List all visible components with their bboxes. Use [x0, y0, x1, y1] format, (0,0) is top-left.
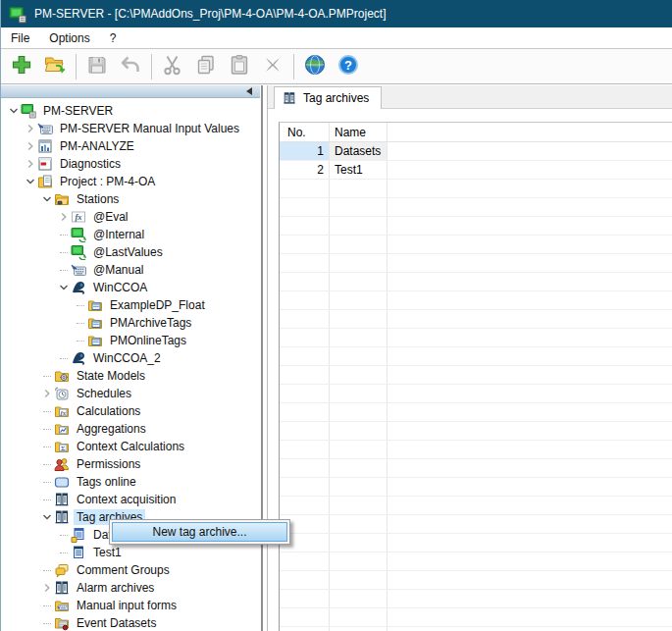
column-header-name[interactable]: Name	[330, 123, 388, 141]
save-icon	[85, 53, 109, 80]
tree-item-context-calculations[interactable]: ΣContext Calculations	[1, 438, 260, 455]
table-empty-row[interactable]	[280, 366, 672, 385]
tree-item-pm-analyze[interactable]: PM-ANALYZE	[1, 137, 260, 155]
tree-item-project-pm-4-oa[interactable]: Project : PM-4-OA	[1, 173, 260, 190]
panel-splitter[interactable]	[261, 85, 268, 631]
tree-item-tags-online[interactable]: Tags online	[1, 473, 260, 491]
tab-tag-archives[interactable]: Tag archives	[274, 86, 382, 109]
collapse-left-icon[interactable]	[246, 87, 252, 95]
chevron-down-icon[interactable]	[7, 104, 21, 118]
chevron-right-icon[interactable]	[40, 387, 54, 400]
chevron-down-icon[interactable]	[40, 192, 54, 206]
table-empty-row[interactable]	[280, 478, 672, 497]
cell-no[interactable]: 1	[280, 142, 330, 160]
help-button[interactable]: ?	[332, 52, 365, 81]
chevron-right-icon[interactable]	[24, 157, 37, 171]
table-empty-row[interactable]	[280, 180, 672, 198]
table-empty-row[interactable]	[280, 217, 672, 236]
chevron-down-icon[interactable]	[24, 175, 37, 188]
new-button[interactable]	[5, 52, 38, 81]
menu-item-new-tag-archive[interactable]: New tag archive...	[112, 522, 287, 542]
copy-button[interactable]	[189, 52, 223, 81]
table-empty-row[interactable]	[280, 627, 672, 631]
table-empty-row[interactable]	[280, 459, 672, 478]
table-empty-row[interactable]	[280, 310, 672, 329]
tree-connector	[60, 535, 68, 536]
web-button[interactable]	[298, 52, 332, 81]
table-empty-row[interactable]	[280, 608, 672, 627]
table-empty-row[interactable]	[280, 273, 672, 291]
table-empty-row[interactable]	[280, 422, 672, 441]
tree-item-state-models[interactable]: State Models	[1, 367, 260, 385]
table-empty-row[interactable]	[280, 497, 672, 515]
empty-cell	[330, 608, 388, 626]
tree-item-schedules[interactable]: Schedules	[1, 385, 260, 402]
chevron-right-icon[interactable]	[40, 581, 54, 595]
tree-item-aggregations[interactable]: Aggregations	[1, 420, 260, 438]
tree-item-context-acquisition[interactable]: Context acquisition	[1, 491, 260, 508]
table-empty-row[interactable]	[280, 291, 672, 310]
menu-?[interactable]: ?	[100, 28, 127, 48]
paste-button[interactable]	[223, 52, 256, 81]
menu-options[interactable]: Options	[39, 28, 99, 48]
tree-item-stations[interactable]: Stations	[1, 190, 260, 208]
table-empty-row[interactable]	[280, 385, 672, 403]
open-button[interactable]	[38, 52, 72, 81]
cell-name[interactable]: Datasets	[330, 142, 388, 160]
table-empty-row[interactable]	[280, 329, 672, 347]
tree-item-winccoa[interactable]: WinCCOA	[1, 279, 260, 296]
tree-item--eval[interactable]: fx@Eval	[1, 208, 260, 226]
table-empty-row[interactable]	[280, 254, 672, 273]
tree-indent	[57, 228, 71, 241]
table-empty-row[interactable]	[280, 534, 672, 552]
table-row[interactable]: 1Datasets	[280, 142, 672, 161]
tree-item-exampledp-float[interactable]: ExampleDP_Float	[1, 296, 260, 314]
chevron-right-icon[interactable]	[24, 139, 37, 153]
tree-item-event-datasets[interactable]: Event Datasets	[1, 614, 260, 631]
tree-item--manual[interactable]: @Manual	[1, 261, 260, 279]
table-row[interactable]: 2Test1	[280, 161, 672, 180]
tree-item--lastvalues[interactable]: @LastValues	[1, 243, 260, 261]
empty-cell	[330, 273, 388, 290]
tree-item-manual-input-forms[interactable]: Manual input forms	[1, 597, 260, 614]
tree-item-comment-groups[interactable]: Comment Groups	[1, 561, 260, 579]
menu-file[interactable]: File	[1, 28, 39, 48]
cell-name[interactable]: Test1	[330, 161, 388, 179]
undo-button[interactable]	[114, 52, 147, 81]
table-empty-row[interactable]	[280, 552, 672, 571]
table-empty-row[interactable]	[280, 198, 672, 217]
chevron-right-icon[interactable]	[24, 122, 37, 135]
empty-cell	[330, 236, 388, 253]
toolbar: ?	[1, 49, 672, 84]
tree-item-pmarchivetags[interactable]: PMArchiveTags	[1, 314, 260, 332]
tree-item-alarm-archives[interactable]: Alarm archives	[1, 579, 260, 597]
tree-item-pmonlinetags[interactable]: PMOnlineTags	[1, 332, 260, 349]
chevron-down-icon[interactable]	[40, 510, 54, 524]
panel-collapse-bar[interactable]	[1, 85, 260, 98]
station-monitor-icon	[71, 244, 86, 260]
table-empty-row[interactable]	[280, 590, 672, 608]
tree-item-test1[interactable]: Test1	[1, 544, 260, 561]
tree-item-pm-server[interactable]: PM-SERVER	[1, 102, 260, 120]
tree-item-diagnostics[interactable]: Diagnostics	[1, 155, 260, 173]
table-empty-row[interactable]	[280, 403, 672, 422]
table-empty-row[interactable]	[280, 347, 672, 366]
tree-item-permissions[interactable]: Permissions	[1, 455, 260, 473]
tree-item-calculations[interactable]: fxCalculations	[1, 402, 260, 420]
cut-button[interactable]	[156, 52, 189, 81]
cell-no[interactable]: 2	[280, 161, 330, 179]
table-empty-row[interactable]	[280, 571, 672, 590]
manual-values-icon	[37, 121, 53, 136]
chevron-right-icon[interactable]	[57, 210, 71, 224]
tree-item-winccoa-2[interactable]: WinCCOA_2	[1, 349, 260, 367]
tree-item-pm-server-manual-input-values[interactable]: PM-SERVER Manual Input Values	[1, 120, 260, 137]
chevron-down-icon[interactable]	[57, 281, 71, 294]
table-empty-row[interactable]	[280, 441, 672, 459]
save-button[interactable]	[80, 52, 114, 81]
column-header-no[interactable]: No.	[280, 123, 330, 141]
table-empty-row[interactable]	[280, 236, 672, 254]
empty-cell	[330, 291, 388, 309]
tree-item--internal[interactable]: @Internal	[1, 226, 260, 243]
delete-button[interactable]	[256, 52, 289, 81]
table-empty-row[interactable]	[280, 515, 672, 534]
